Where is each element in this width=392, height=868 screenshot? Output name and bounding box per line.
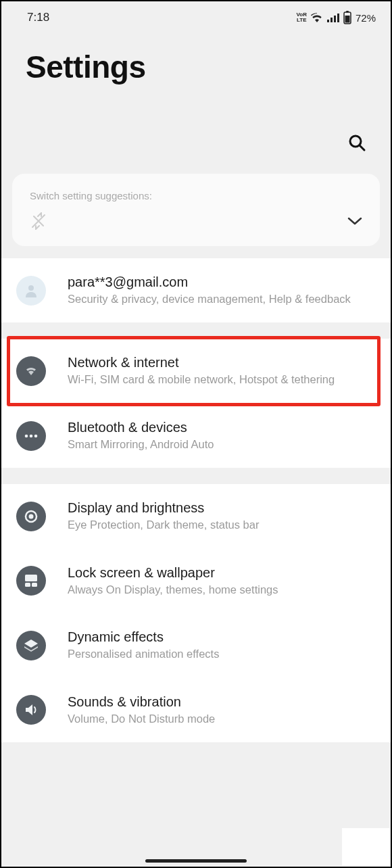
more-circle-icon xyxy=(16,421,46,451)
row-sub: Always On Display, themes, home settings xyxy=(68,583,378,597)
battery-percent: 72% xyxy=(356,12,376,24)
settings-group-1: Network & internet Wi-Fi, SIM card & mob… xyxy=(1,339,391,468)
account-sub: Security & privacy, device management, H… xyxy=(68,292,378,306)
wifi-icon xyxy=(311,13,323,22)
battery-icon xyxy=(343,11,351,24)
display-brightness-row[interactable]: Display and brightness Eye Protection, D… xyxy=(1,484,391,548)
switch-off-icon xyxy=(30,212,47,233)
lockscreen-wallpaper-row[interactable]: Lock screen & wallpaper Always On Displa… xyxy=(1,549,391,613)
row-title: Network & internet xyxy=(68,355,378,370)
svg-rect-5 xyxy=(346,11,349,13)
row-sub: Wi-Fi, SIM card & mobile network, Hotspo… xyxy=(68,372,378,387)
row-title: Lock screen & wallpaper xyxy=(68,565,378,581)
row-sub: Eye Protection, Dark theme, status bar xyxy=(68,518,378,532)
row-title: Dynamic effects xyxy=(68,629,378,645)
page-title: Settings xyxy=(26,49,366,85)
row-sub: Volume, Do Not Disturb mode xyxy=(68,712,378,726)
row-title: Bluetooth & devices xyxy=(68,420,378,435)
nav-indicator[interactable] xyxy=(145,859,247,863)
svg-rect-17 xyxy=(25,583,30,587)
svg-point-10 xyxy=(28,285,34,291)
corner-overlay xyxy=(342,828,389,865)
network-internet-row[interactable]: Network & internet Wi-Fi, SIM card & mob… xyxy=(1,339,391,403)
suggestions-title: Switch setting suggestions: xyxy=(30,190,362,201)
svg-point-15 xyxy=(29,514,34,519)
status-bar: 7:18 VoRLTE 72% xyxy=(1,1,391,28)
volte-icon: VoRLTE xyxy=(297,12,307,23)
wifi-circle-icon xyxy=(16,356,46,386)
settings-group-2: Display and brightness Eye Protection, D… xyxy=(1,484,391,742)
svg-rect-2 xyxy=(334,16,336,22)
svg-rect-1 xyxy=(330,18,333,22)
row-title: Sounds & vibration xyxy=(68,694,378,710)
svg-rect-6 xyxy=(345,16,349,23)
svg-rect-3 xyxy=(337,14,339,22)
layers-icon xyxy=(16,631,46,660)
brightness-circle-icon xyxy=(16,502,46,531)
search-icon xyxy=(347,133,366,152)
page-header: Settings xyxy=(1,28,391,92)
row-title: Display and brightness xyxy=(68,500,378,516)
account-section: para**3@gmail.com Security & privacy, de… xyxy=(1,258,391,322)
svg-rect-18 xyxy=(32,583,37,587)
account-email: para**3@gmail.com xyxy=(68,274,378,290)
speaker-icon xyxy=(16,695,46,725)
row-sub: Personalised animation effects xyxy=(68,647,378,661)
svg-line-8 xyxy=(360,145,364,150)
svg-rect-0 xyxy=(327,20,329,22)
suggestions-card[interactable]: Switch setting suggestions: xyxy=(12,174,380,246)
wallpaper-icon xyxy=(16,566,46,596)
sounds-vibration-row[interactable]: Sounds & vibration Volume, Do Not Distur… xyxy=(1,678,391,742)
dynamic-effects-row[interactable]: Dynamic effects Personalised animation e… xyxy=(1,613,391,677)
signal-icon xyxy=(327,13,339,22)
svg-rect-16 xyxy=(25,575,37,581)
status-time: 7:18 xyxy=(27,11,49,24)
svg-point-13 xyxy=(34,434,38,437)
account-row[interactable]: para**3@gmail.com Security & privacy, de… xyxy=(1,258,391,322)
svg-point-11 xyxy=(25,434,28,437)
svg-point-12 xyxy=(30,434,33,437)
avatar-icon xyxy=(16,276,46,306)
chevron-down-icon xyxy=(347,216,362,228)
row-sub: Smart Mirroring, Android Auto xyxy=(68,437,378,452)
search-button[interactable] xyxy=(343,129,370,156)
status-icons: VoRLTE 72% xyxy=(297,11,376,24)
bluetooth-devices-row[interactable]: Bluetooth & devices Smart Mirroring, And… xyxy=(1,404,391,468)
